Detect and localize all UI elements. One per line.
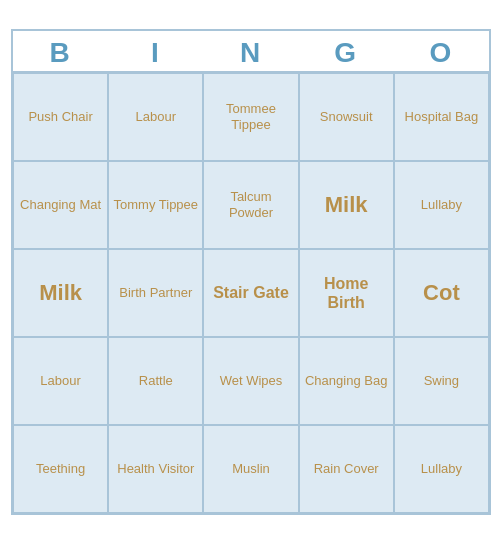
bingo-cell: Home Birth (299, 249, 394, 337)
bingo-card: BINGO Push ChairLabourTommee TippeeSnows… (11, 29, 491, 515)
bingo-cell: Snowsuit (299, 73, 394, 161)
bingo-cell: Cot (394, 249, 489, 337)
bingo-cell: Teething (13, 425, 108, 513)
bingo-cell: Labour (13, 337, 108, 425)
bingo-cell: Lullaby (394, 161, 489, 249)
bingo-cell: Lullaby (394, 425, 489, 513)
bingo-cell: Rattle (108, 337, 203, 425)
bingo-cell: Health Visitor (108, 425, 203, 513)
bingo-header-letter: N (203, 31, 298, 71)
bingo-cell: Milk (13, 249, 108, 337)
bingo-cell: Push Chair (13, 73, 108, 161)
bingo-cell: Labour (108, 73, 203, 161)
bingo-cell: Changing Bag (299, 337, 394, 425)
bingo-cell: Milk (299, 161, 394, 249)
bingo-header-letter: G (299, 31, 394, 71)
bingo-cell: Talcum Powder (203, 161, 298, 249)
bingo-cell: Tommee Tippee (203, 73, 298, 161)
bingo-cell: Swing (394, 337, 489, 425)
bingo-cell: Muslin (203, 425, 298, 513)
bingo-grid: Push ChairLabourTommee TippeeSnowsuitHos… (13, 71, 489, 513)
bingo-cell: Hospital Bag (394, 73, 489, 161)
bingo-header-letter: B (13, 31, 108, 71)
bingo-header-letter: O (394, 31, 489, 71)
bingo-cell: Tommy Tippee (108, 161, 203, 249)
bingo-header-letter: I (108, 31, 203, 71)
bingo-header: BINGO (13, 31, 489, 71)
bingo-cell: Birth Partner (108, 249, 203, 337)
bingo-cell: Changing Mat (13, 161, 108, 249)
bingo-cell: Stair Gate (203, 249, 298, 337)
bingo-cell: Wet Wipes (203, 337, 298, 425)
bingo-cell: Rain Cover (299, 425, 394, 513)
